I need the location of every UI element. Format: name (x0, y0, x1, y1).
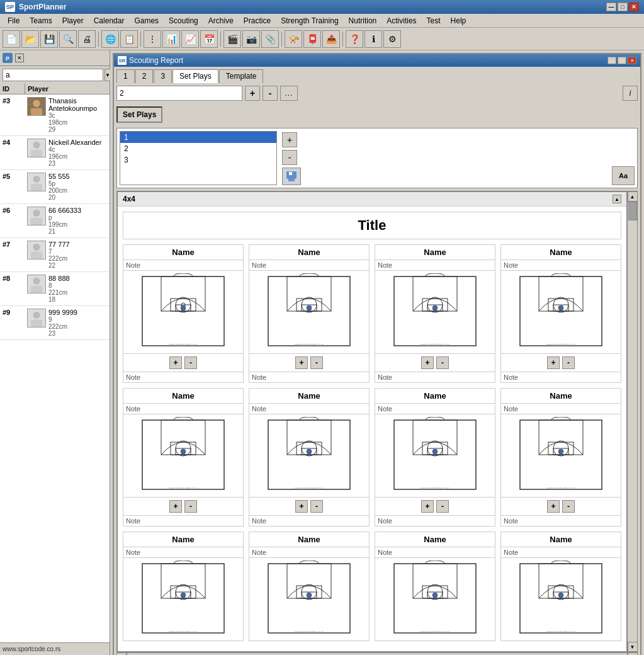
play-item-1[interactable]: 1 (120, 132, 276, 143)
menu-calendar[interactable]: Calendar (89, 15, 130, 26)
maximize-button[interactable]: □ (618, 3, 628, 11)
player-item[interactable]: #6 66 666333 p199cm21 (0, 204, 110, 238)
court-add-btn[interactable]: + (547, 500, 560, 513)
inner-close-button[interactable]: ✕ (628, 57, 636, 64)
font-style-button[interactable]: Aa (612, 166, 635, 185)
player-item[interactable]: #8 88 888 8221cm18 (0, 272, 110, 306)
court-remove-btn[interactable]: - (184, 356, 197, 369)
court-container: www.sportcode.co.rs (249, 558, 369, 641)
toolbar-table[interactable]: 📊 (162, 30, 180, 48)
toolbar-stats[interactable]: 📯 (285, 30, 302, 48)
scroll-h-track[interactable] (127, 652, 628, 655)
menu-test[interactable]: Test (422, 15, 446, 26)
menu-player[interactable]: Player (57, 15, 89, 26)
scroll-right-arrow[interactable]: ► (628, 652, 638, 655)
toolbar-attach[interactable]: 📎 (261, 30, 279, 48)
toolbar-print-preview[interactable]: 🔍 (59, 30, 77, 48)
scroll-track[interactable] (628, 202, 638, 642)
court-remove-btn[interactable]: - (310, 356, 323, 369)
scroll-down-arrow[interactable]: ▼ (628, 642, 638, 652)
play-item-2[interactable]: 2 (120, 143, 276, 154)
more-button[interactable]: ... (280, 86, 298, 101)
inner-maximize-button[interactable]: □ (618, 57, 626, 64)
svg-point-122 (558, 593, 563, 598)
minimize-button[interactable]: — (606, 3, 616, 11)
player-item[interactable]: #5 55 555 5p200cm20 (0, 170, 110, 204)
court-add-btn[interactable]: + (547, 356, 560, 369)
inner-window: SR Scouting Report — □ ✕ 1 2 3 Set Plays… (113, 53, 641, 655)
close-button[interactable]: ✕ (629, 3, 639, 11)
toolbar-print[interactable]: 🖨 (78, 30, 96, 48)
plays-remove-button[interactable]: - (282, 150, 297, 165)
toolbar-photo[interactable]: 📷 (242, 30, 260, 48)
play-cell: Name Note (249, 244, 370, 383)
menu-help[interactable]: Help (446, 15, 472, 26)
toolbar-internet[interactable]: 🌐 (101, 30, 119, 48)
court-add-btn[interactable]: + (421, 500, 434, 513)
plays-add-button[interactable]: + (282, 132, 297, 147)
court-add-btn[interactable]: + (169, 500, 182, 513)
court-remove-btn[interactable]: - (436, 500, 449, 513)
toolbar-calendar[interactable]: 📅 (200, 30, 218, 48)
page-select[interactable]: 2 1 3 (116, 86, 242, 101)
court-remove-btn[interactable]: - (562, 500, 575, 513)
court-container: www.sportcode.co.rs (375, 558, 495, 641)
play-cell: Name Note (500, 388, 621, 527)
toolbar-new[interactable]: 📄 (3, 30, 20, 48)
svg-rect-22 (31, 320, 43, 327)
court-add-btn[interactable]: + (295, 356, 308, 369)
left-panel-close[interactable]: ✕ (15, 54, 24, 62)
scroll-left-arrow[interactable]: ◄ (116, 652, 127, 655)
player-item[interactable]: #4 Nickeil Alexander 4c196cm23 (0, 136, 110, 170)
toolbar-chart[interactable]: 📈 (181, 30, 199, 48)
scroll-thumb[interactable] (628, 202, 637, 220)
info-button[interactable]: i (623, 86, 638, 101)
toolbar-help[interactable]: ❓ (346, 30, 363, 48)
court-remove-btn[interactable]: - (436, 356, 449, 369)
add-button[interactable]: + (245, 86, 260, 101)
toolbar-list[interactable]: 📋 (120, 30, 138, 48)
court-add-btn[interactable]: + (169, 356, 182, 369)
menu-teams[interactable]: Teams (25, 15, 57, 26)
toolbar-open[interactable]: 📂 (21, 30, 39, 48)
menu-activities[interactable]: Activities (381, 15, 421, 26)
court-controls: + - (249, 353, 369, 372)
plays-save-button[interactable] (282, 168, 301, 185)
player-item[interactable]: #7 77 777 7222cm22 (0, 238, 110, 272)
toolbar-info[interactable]: ℹ (364, 30, 382, 48)
court-add-btn[interactable]: + (295, 500, 308, 513)
court-add-btn[interactable]: + (421, 356, 434, 369)
tab-set-plays[interactable]: Set Plays (172, 69, 218, 83)
toolbar-settings[interactable]: ⚙ (383, 30, 401, 48)
player-item[interactable]: #9 999 9999 9222cm23 (0, 306, 110, 340)
tab-3[interactable]: 3 (154, 69, 172, 83)
court-remove-btn[interactable]: - (184, 500, 197, 513)
court-remove-btn[interactable]: - (310, 500, 323, 513)
inner-minimize-button[interactable]: — (607, 57, 616, 64)
menu-nutrition[interactable]: Nutrition (344, 15, 382, 26)
tab-2[interactable]: 2 (135, 69, 154, 83)
scroll-up-arrow[interactable]: ▲ (628, 191, 638, 202)
player-details: 3c198cm29 (48, 112, 107, 133)
player-item[interactable]: #3 ThanasisAntetokounmpo 3c198cm29 (0, 94, 110, 136)
menu-scouting[interactable]: Scouting (164, 15, 203, 26)
remove-button[interactable]: - (263, 86, 278, 101)
menu-practice[interactable]: Practice (239, 15, 276, 26)
grid-area[interactable]: 4x4 ▲ Title Name Note (117, 191, 627, 652)
tab-template[interactable]: Template (219, 69, 264, 83)
play-item-3[interactable]: 3 (120, 154, 276, 166)
toolbar-save[interactable]: 💾 (40, 30, 58, 48)
toolbar-video[interactable]: 🎬 (223, 30, 241, 48)
toolbar-stats2[interactable]: 📮 (303, 30, 321, 48)
search-input[interactable] (3, 69, 103, 81)
menu-strength-training[interactable]: Strength Training (276, 15, 343, 26)
grid-scroll-up[interactable]: ▲ (613, 195, 621, 203)
toolbar-export[interactable]: 📤 (322, 30, 340, 48)
menu-file[interactable]: File (3, 15, 25, 26)
toolbar-grid[interactable]: ⋮ (144, 30, 161, 48)
court-remove-btn[interactable]: - (562, 356, 575, 369)
tab-1[interactable]: 1 (116, 69, 135, 83)
menu-games[interactable]: Games (129, 15, 164, 26)
play-name: Name (375, 389, 495, 404)
menu-archive[interactable]: Archive (203, 15, 239, 26)
